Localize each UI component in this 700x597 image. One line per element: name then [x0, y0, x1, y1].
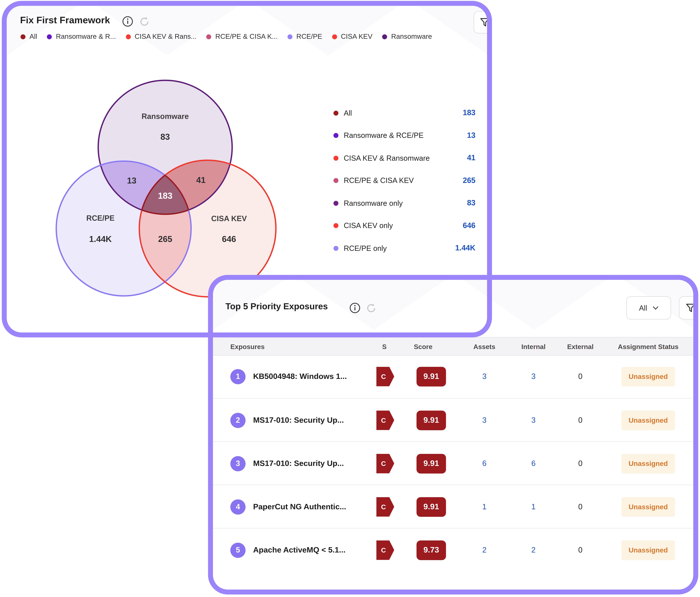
legend-chip-all[interactable]: All [21, 33, 37, 41]
legend-dot [333, 246, 339, 251]
score-badge: 9.73 [417, 540, 446, 560]
legend-chip-label: Ransomware & R... [56, 33, 116, 41]
legend-chip-label: Ransomware [391, 33, 432, 41]
col-severity: S [371, 337, 398, 355]
venn-label-ransomware: Ransomware [142, 112, 189, 121]
table-row[interactable]: 3 MS17-010: Security Up... C 9.91 6 6 0 … [213, 441, 693, 485]
severity-badge: C [376, 454, 394, 473]
rank-badge: 1 [230, 369, 246, 384]
table-row[interactable]: 2 MS17-010: Security Up... C 9.91 3 3 0 … [213, 398, 693, 442]
venn-legend-chips: All Ransomware & R... CISA KEV & Rans...… [21, 33, 432, 41]
table-row[interactable]: 4 PaperCut NG Authentic... C 9.91 1 1 0 … [213, 485, 693, 528]
internal-count[interactable]: 3 [520, 355, 547, 398]
severity-badge: C [376, 367, 394, 386]
severity-badge: C [376, 497, 394, 517]
summary-row-rce-only[interactable]: RCE/PE only 1.44K [333, 237, 475, 260]
chevron-down-icon [652, 306, 658, 310]
summary-row-ransomware-only[interactable]: Ransomware only 83 [333, 192, 475, 214]
legend-dot [288, 34, 292, 39]
legend-chip-label: RCE/PE & CISA K... [215, 33, 278, 41]
exposure-name[interactable]: KB5004948: Windows 1... [253, 355, 347, 398]
scope-dropdown[interactable]: All [626, 296, 671, 320]
info-icon[interactable] [122, 16, 133, 27]
venn-label-kev: CISA KEV [211, 214, 247, 223]
summary-row-kev-only[interactable]: CISA KEV only 646 [333, 214, 475, 237]
summary-row-ransomware-rce[interactable]: Ransomware & RCE/PE 13 [333, 124, 475, 147]
filter-button[interactable] [679, 296, 693, 320]
assets-count[interactable]: 3 [471, 398, 498, 442]
card-title: Top 5 Priority Exposures [225, 301, 328, 311]
summary-value[interactable]: 83 [467, 199, 476, 208]
exposure-name[interactable]: PaperCut NG Authentic... [253, 485, 346, 528]
exposure-name[interactable]: MS17-010: Security Up... [253, 442, 344, 485]
filter-funnel-icon [685, 303, 693, 313]
venn-value-kev-only: 646 [222, 234, 236, 244]
legend-chip-kev-ransomware[interactable]: CISA KEV & Rans... [126, 33, 197, 41]
venn-value-kev-ransomware: 41 [196, 175, 206, 185]
internal-count[interactable]: 1 [520, 485, 547, 528]
rank-badge: 3 [230, 456, 246, 471]
score-badge: 9.91 [417, 410, 446, 430]
exposure-name[interactable]: MS17-010: Security Up... [253, 398, 344, 442]
venn-value-rce-only: 1.44K [89, 234, 112, 244]
table-row[interactable]: 1 KB5004948: Windows 1... C 9.91 3 3 0 U… [213, 355, 693, 398]
legend-dot [333, 201, 339, 206]
summary-value[interactable]: 41 [467, 154, 476, 162]
summary-row-rce-kev[interactable]: RCE/PE & CISA KEV 265 [333, 170, 475, 192]
col-internal: Internal [507, 337, 560, 355]
assets-count[interactable]: 3 [471, 355, 498, 398]
summary-label: Ransomware & RCE/PE [344, 131, 467, 140]
summary-row-kev-ransomware[interactable]: CISA KEV & Ransomware 41 [333, 147, 475, 170]
legend-chip-kev[interactable]: CISA KEV [332, 33, 372, 41]
external-count: 0 [567, 398, 594, 442]
summary-value[interactable]: 13 [467, 131, 476, 140]
legend-chip-rce-kev[interactable]: RCE/PE & CISA K... [206, 33, 278, 41]
legend-chip-ransomware-rce[interactable]: Ransomware & R... [47, 33, 116, 41]
external-count: 0 [567, 528, 594, 572]
summary-label: RCE/PE & CISA KEV [344, 177, 463, 185]
internal-count[interactable]: 2 [520, 528, 547, 572]
filter-funnel-icon [479, 17, 487, 28]
col-external: External [553, 337, 607, 355]
internal-count[interactable]: 6 [520, 442, 547, 485]
legend-chip-label: All [29, 33, 37, 41]
table-header: Exposures S Score Assets Internal Extern… [213, 337, 693, 356]
refresh-icon-glyph [139, 16, 150, 27]
info-icon[interactable] [349, 302, 361, 314]
internal-count[interactable]: 3 [520, 398, 547, 442]
assignment-status-badge: Unassigned [621, 410, 675, 430]
assignment-status-badge: Unassigned [621, 367, 675, 386]
assets-count[interactable]: 6 [471, 442, 498, 485]
summary-row-all[interactable]: All 183 [333, 102, 475, 124]
venn-value-all: 183 [158, 191, 173, 201]
rank-badge: 2 [230, 413, 246, 428]
summary-value[interactable]: 265 [463, 176, 475, 185]
severity-badge: C [376, 410, 394, 430]
assets-count[interactable]: 1 [471, 485, 498, 528]
external-count: 0 [567, 442, 594, 485]
summary-label: RCE/PE only [344, 244, 455, 253]
exposure-name[interactable]: Apache ActiveMQ < 5.1... [253, 528, 345, 572]
summary-value[interactable]: 646 [463, 221, 475, 230]
rank-badge: 5 [230, 542, 246, 557]
assets-count[interactable]: 2 [471, 528, 498, 572]
refresh-icon[interactable] [139, 16, 150, 27]
filter-button[interactable] [474, 11, 487, 33]
top5-surface: Top 5 Priority Exposures All [213, 280, 693, 590]
table-row[interactable]: 5 Apache ActiveMQ < 5.1... C 9.73 2 2 0 … [213, 528, 693, 572]
summary-value[interactable]: 1.44K [455, 244, 475, 253]
assignment-status-badge: Unassigned [621, 454, 675, 473]
summary-value[interactable]: 183 [463, 108, 475, 118]
summary-label: CISA KEV only [344, 222, 463, 230]
legend-chip-rce[interactable]: RCE/PE [288, 33, 322, 41]
venn-value-ransomware-rce: 13 [127, 176, 136, 185]
external-count: 0 [567, 485, 594, 528]
score-badge: 9.91 [417, 367, 446, 386]
venn-summary-list: All 183 Ransomware & RCE/PE 13 CISA KEV … [333, 102, 475, 260]
legend-dot [333, 110, 339, 115]
legend-chip-ransomware[interactable]: Ransomware [382, 33, 432, 41]
refresh-icon[interactable] [366, 303, 377, 314]
legend-dot [206, 34, 211, 39]
legend-dot [333, 133, 339, 138]
legend-chip-label: CISA KEV [341, 33, 373, 41]
